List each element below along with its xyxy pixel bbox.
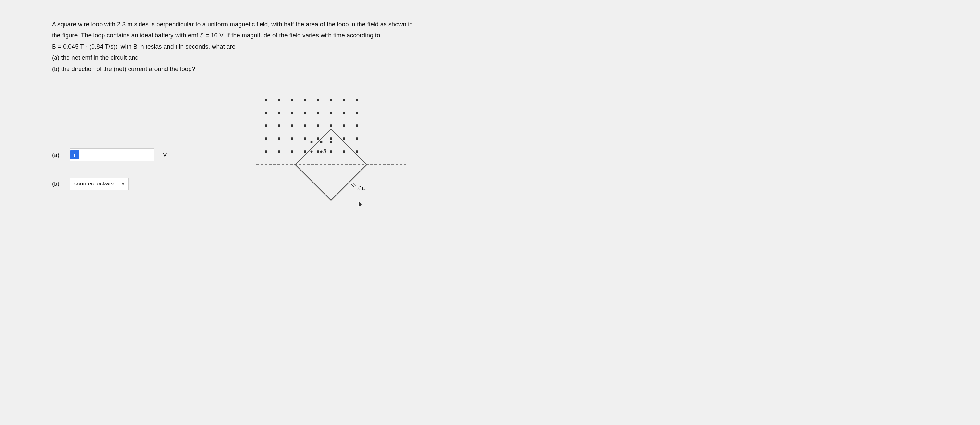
svg-point-10 <box>291 111 293 114</box>
answer-input-a[interactable] <box>70 149 154 162</box>
svg-point-32 <box>265 151 267 153</box>
svg-point-2 <box>291 98 293 101</box>
svg-point-36 <box>317 151 319 153</box>
svg-point-27 <box>304 138 306 140</box>
svg-point-16 <box>265 124 267 127</box>
answer-row-a: (a) i V <box>52 149 182 162</box>
problem-line-5: (b) the direction of the (net) current a… <box>52 64 441 74</box>
info-badge: i <box>70 151 79 160</box>
svg-point-15 <box>356 111 358 114</box>
answer-row-b: (b) clockwise counterclockwise ▼ <box>52 178 182 190</box>
svg-point-22 <box>343 124 345 127</box>
problem-line-4: (a) the net emf in the circuit and <box>52 53 441 63</box>
svg-point-19 <box>304 124 306 127</box>
problem-line-3: B = 0.045 T - (0.84 T/s)t, with B in tes… <box>52 42 441 52</box>
svg-point-0 <box>265 98 267 101</box>
svg-point-23 <box>356 124 358 127</box>
svg-point-38 <box>343 151 345 153</box>
svg-point-14 <box>343 111 345 114</box>
b-field-label: B <box>323 148 326 155</box>
svg-point-30 <box>343 138 345 140</box>
svg-point-12 <box>317 111 319 114</box>
svg-point-47 <box>320 151 323 153</box>
direction-select[interactable]: clockwise counterclockwise <box>70 178 129 190</box>
svg-point-3 <box>304 98 306 101</box>
svg-point-18 <box>291 124 293 127</box>
svg-point-13 <box>330 111 332 114</box>
label-a: (a) <box>52 151 65 159</box>
select-wrapper-b[interactable]: clockwise counterclockwise ▼ <box>70 178 129 190</box>
svg-point-7 <box>356 98 358 101</box>
problem-line-1: A square wire loop with 2.3 m sides is p… <box>52 19 441 29</box>
label-b: (b) <box>52 180 65 187</box>
svg-point-25 <box>278 138 280 140</box>
svg-line-42 <box>353 182 356 186</box>
svg-point-44 <box>320 141 323 143</box>
answers-column: (a) i V (b) clockwise counterclockwise ▼ <box>52 149 182 190</box>
svg-point-4 <box>317 98 319 101</box>
svg-point-20 <box>317 124 319 127</box>
svg-point-43 <box>310 141 313 143</box>
svg-point-33 <box>278 151 280 153</box>
diagram-area: B ℰ bat <box>247 90 415 226</box>
svg-point-24 <box>265 138 267 140</box>
svg-point-34 <box>291 151 293 153</box>
svg-point-26 <box>291 138 293 140</box>
battery-subscript: bat <box>362 186 368 191</box>
svg-point-11 <box>304 111 306 114</box>
content-area: (a) i V (b) clockwise counterclockwise ▼ <box>52 84 935 226</box>
page-container: A square wire loop with 2.3 m sides is p… <box>0 0 980 425</box>
battery-label: ℰ <box>357 186 361 191</box>
svg-point-21 <box>330 124 332 127</box>
svg-point-9 <box>278 111 280 114</box>
svg-point-37 <box>330 151 332 153</box>
svg-point-6 <box>343 98 345 101</box>
svg-point-17 <box>278 124 280 127</box>
svg-point-5 <box>330 98 332 101</box>
svg-point-45 <box>330 141 332 143</box>
svg-line-41 <box>351 184 354 187</box>
svg-point-29 <box>330 138 332 140</box>
problem-line-2: the figure. The loop contains an ideal b… <box>52 30 441 40</box>
svg-point-35 <box>304 151 306 153</box>
svg-point-39 <box>356 151 358 153</box>
svg-point-28 <box>317 138 319 140</box>
svg-point-1 <box>278 98 280 101</box>
input-wrapper-a: i <box>70 149 154 162</box>
unit-label-a: V <box>163 151 167 159</box>
svg-point-8 <box>265 111 267 114</box>
problem-text: A square wire loop with 2.3 m sides is p… <box>52 19 441 74</box>
svg-point-31 <box>356 138 358 140</box>
svg-point-46 <box>310 151 313 153</box>
physics-diagram: B ℰ bat <box>247 90 415 226</box>
